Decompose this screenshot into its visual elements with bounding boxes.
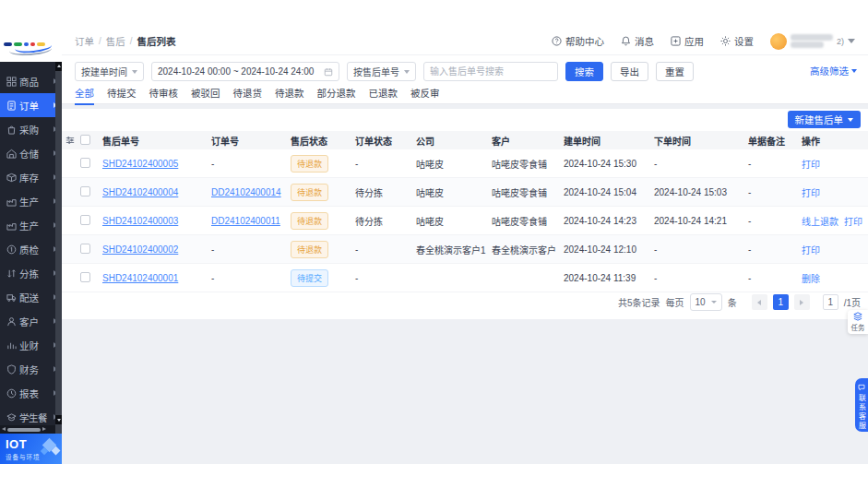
tab-refunded[interactable]: 已退款 xyxy=(369,86,398,105)
aftersale-no-link[interactable]: SHD24102400004 xyxy=(102,187,178,197)
row-checkbox[interactable] xyxy=(80,215,90,225)
per-page-select[interactable]: 10 xyxy=(690,293,722,311)
print-action-link[interactable]: 打印 xyxy=(802,245,820,256)
chat-icon xyxy=(858,384,865,391)
online-refund-action-link[interactable]: 线上退款 xyxy=(802,217,838,227)
pagination: 共5条记录 每页 10 条 1 1 /1页 xyxy=(62,293,868,311)
layers-icon xyxy=(853,312,862,321)
table-row: SHD24102400003 DD24102400011 待退款 待分拣 咕咾皮… xyxy=(62,207,868,235)
chevron-down-icon xyxy=(848,118,853,122)
sidebar-item-inventory[interactable]: 库存 xyxy=(0,165,62,189)
select-all-checkbox[interactable] xyxy=(80,135,90,145)
row-checkbox[interactable] xyxy=(80,272,90,282)
sidebar-item-goods[interactable]: 商品 xyxy=(0,69,62,93)
factory-icon xyxy=(6,220,17,231)
help-center-button[interactable]: 帮助中心 xyxy=(552,34,604,48)
sidebar-item-label: 客户 xyxy=(19,315,39,328)
sidebar-item-sorting[interactable]: 分拣 xyxy=(0,261,62,285)
breadcrumb-aftersale[interactable]: 售后 xyxy=(106,34,125,48)
row-checkbox[interactable] xyxy=(80,244,90,254)
col-header-created-time: 建单时间 xyxy=(564,134,654,148)
clock-icon xyxy=(6,388,17,399)
sidebar-item-customers[interactable]: 客户 xyxy=(0,309,62,333)
customer-service-tab[interactable]: 联系客服 xyxy=(855,378,868,432)
date-range-input[interactable]: 2024-10-24 00:00 ~ 2024-10-24 24:00 xyxy=(151,62,339,81)
sidebar-item-purchase[interactable]: 采购 xyxy=(0,117,62,141)
tab-pending-review[interactable]: 待审核 xyxy=(149,86,179,105)
chevron-right-icon xyxy=(800,300,803,305)
tab-reverse-audited[interactable]: 被反审 xyxy=(410,86,440,105)
table-row: SHD24102400004 DD24102400014 待退款 待分拣 咕咾皮… xyxy=(62,178,868,207)
row-checkbox[interactable] xyxy=(80,186,90,196)
search-button[interactable]: 搜索 xyxy=(565,62,603,81)
customer-cell: 咕咾皮零食铺 xyxy=(492,214,564,228)
customer-cell: 咕咾皮零食铺 xyxy=(492,157,564,171)
reset-button[interactable]: 重置 xyxy=(656,62,694,81)
status-badge: 待退款 xyxy=(291,155,328,173)
tab-pending-submit[interactable]: 待提交 xyxy=(107,86,137,105)
sidebar-item-quality[interactable]: 质检 xyxy=(0,237,62,261)
delete-action-link[interactable]: 删除 xyxy=(802,274,820,284)
column-settings-icon[interactable] xyxy=(65,136,75,145)
order-status-cell: - xyxy=(355,273,416,283)
sidebar-item-reports[interactable]: 报表 xyxy=(0,381,62,405)
row-checkbox[interactable] xyxy=(80,158,90,168)
sidebar-item-business-finance[interactable]: 业财 xyxy=(0,333,62,357)
sidebar-item-production-2[interactable]: 生产 xyxy=(0,213,62,237)
user-menu[interactable]: 2) xyxy=(770,33,855,50)
order-no-link[interactable]: DD24102400014 xyxy=(211,187,281,197)
sidebar-item-delivery[interactable]: 配送 xyxy=(0,285,62,309)
prev-page-button[interactable] xyxy=(752,294,767,310)
status-badge: 待退款 xyxy=(291,184,328,201)
sidebar-item-label: 质检 xyxy=(19,243,39,256)
sidebar-item-orders[interactable]: 订单 xyxy=(0,93,62,117)
print-action-link[interactable]: 打印 xyxy=(802,160,820,170)
placed-time-cell: - xyxy=(654,159,748,169)
iot-widget[interactable]: IOT 设备与环境 xyxy=(0,434,62,464)
tab-pending-refund[interactable]: 待退款 xyxy=(275,86,304,105)
aftersale-no-link[interactable]: SHD24102400002 xyxy=(102,244,178,255)
tab-partial-refund[interactable]: 部分退款 xyxy=(317,86,356,105)
print-action-link[interactable]: 打印 xyxy=(844,217,862,227)
tab-all[interactable]: 全部 xyxy=(75,86,94,105)
tab-pending-return[interactable]: 待退货 xyxy=(233,86,263,105)
order-no-link[interactable]: DD24102400011 xyxy=(211,216,280,226)
number-field-select[interactable]: 按售后单号 xyxy=(347,62,416,81)
status-badge: 待退款 xyxy=(291,241,328,258)
page-1-button[interactable]: 1 xyxy=(773,294,789,310)
advanced-filter-label: 高级筛选 xyxy=(810,64,849,77)
sidebar-item-production-1[interactable]: 生产 xyxy=(0,189,62,213)
scrollbar-thumb[interactable] xyxy=(7,428,41,432)
col-header-order-no: 订单号 xyxy=(211,134,291,148)
aftersale-no-link[interactable]: SHD24102400003 xyxy=(102,216,178,226)
scrollbar-left-arrow[interactable] xyxy=(2,427,6,431)
chevron-left-icon xyxy=(757,300,761,305)
scrollbar-up-arrow[interactable] xyxy=(55,62,62,71)
aftersale-number-search-input[interactable] xyxy=(423,62,558,81)
breadcrumb-orders[interactable]: 订单 xyxy=(75,34,94,48)
next-page-button[interactable] xyxy=(794,294,810,310)
sidebar-horizontal-scrollbar[interactable] xyxy=(0,425,55,434)
aftersale-no-link[interactable]: SHD24102400005 xyxy=(102,159,178,169)
sidebar-vertical-scrollbar[interactable] xyxy=(55,62,62,434)
col-header-aftersale-status: 售后状态 xyxy=(291,134,355,148)
tab-rejected[interactable]: 被驳回 xyxy=(191,86,220,105)
sidebar-item-warehouse[interactable]: 仓储 xyxy=(0,141,62,165)
advanced-filter-link[interactable]: 高级筛选 xyxy=(810,64,857,77)
task-floating-widget[interactable]: 任务 xyxy=(848,310,868,334)
scrollbar-down-arrow[interactable] xyxy=(55,415,62,424)
export-button[interactable]: 导出 xyxy=(611,62,648,81)
sidebar-item-finance[interactable]: 财务 xyxy=(0,357,62,381)
print-action-link[interactable]: 打印 xyxy=(802,188,820,198)
scrollbar-right-arrow[interactable] xyxy=(42,427,46,431)
aftersale-no-link[interactable]: SHD24102400001 xyxy=(102,273,178,283)
breadcrumb-separator: / xyxy=(99,36,101,46)
messages-button[interactable]: 消息 xyxy=(621,34,654,48)
new-aftersale-order-button[interactable]: 新建售后单 xyxy=(788,111,862,128)
box-icon xyxy=(6,173,17,183)
bag-icon xyxy=(6,125,17,135)
page-jump-input[interactable]: 1 xyxy=(823,294,838,310)
apps-button[interactable]: 应用 xyxy=(671,34,704,48)
date-field-select[interactable]: 按建单时间 xyxy=(75,62,144,81)
settings-button[interactable]: 设置 xyxy=(720,34,754,48)
